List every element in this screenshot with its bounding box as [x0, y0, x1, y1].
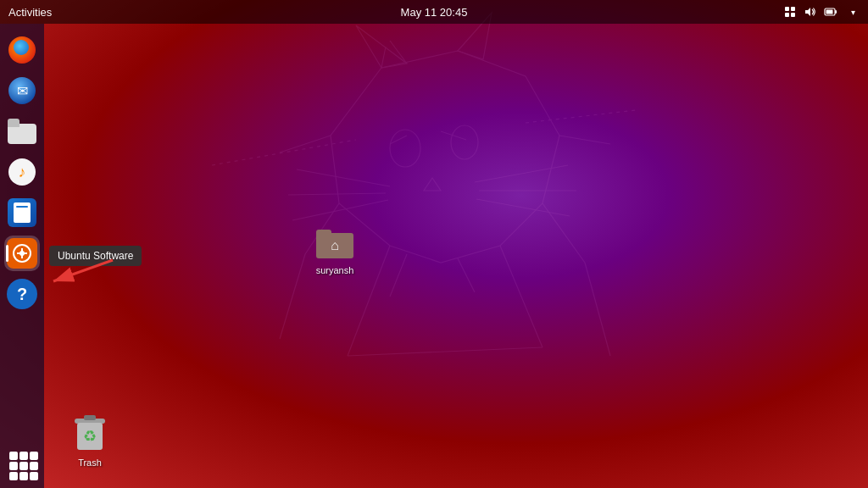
svg-rect-30	[791, 7, 795, 11]
datetime-display: May 11 20:45	[401, 6, 468, 19]
dock-item-files[interactable]	[4, 114, 40, 149]
active-indicator	[6, 245, 8, 262]
network-icon[interactable]	[783, 5, 797, 19]
dock-app-grid[interactable]	[0, 449, 44, 480]
svg-line-15	[500, 246, 542, 347]
desktop-icon-home[interactable]: ⌂ suryansh	[309, 216, 360, 280]
system-tray-dropdown[interactable]: ▾	[846, 5, 860, 19]
svg-marker-7	[424, 178, 441, 191]
svg-line-16	[348, 347, 542, 356]
svg-line-3	[390, 136, 407, 144]
rhythmbox-icon: ♪	[8, 158, 36, 186]
home-folder-icon: ⌂	[314, 221, 355, 262]
svg-marker-0	[331, 51, 559, 263]
svg-line-4	[441, 131, 466, 140]
help-icon: ?	[7, 279, 37, 309]
files-icon	[8, 119, 36, 144]
red-arrow	[49, 256, 117, 290]
svg-line-20	[390, 41, 407, 64]
home-folder-label: suryansh	[316, 265, 354, 275]
svg-line-28	[585, 263, 610, 356]
svg-rect-31	[785, 13, 789, 17]
firefox-icon	[8, 36, 36, 64]
svg-line-26	[542, 203, 585, 263]
svg-point-5	[390, 130, 420, 167]
svg-rect-29	[785, 7, 789, 11]
svg-line-24	[559, 136, 610, 144]
dock-item-rhythmbox[interactable]: ♪	[4, 154, 40, 190]
svg-line-9	[288, 193, 386, 195]
svg-line-23	[280, 136, 331, 152]
ubuntu-software-tooltip: Ubuntu Software	[49, 246, 142, 266]
svg-line-17	[390, 254, 407, 297]
svg-point-40	[19, 251, 25, 256]
svg-rect-44	[316, 230, 331, 236]
svg-line-18	[458, 258, 475, 292]
activities-button[interactable]: Activities	[8, 6, 52, 19]
svg-line-21	[212, 140, 356, 165]
svg-rect-36	[826, 10, 833, 14]
dock-item-ubuntu-software[interactable]	[4, 236, 40, 271]
desktop: Activities May 11 20:45	[0, 0, 868, 488]
svg-point-6	[451, 125, 478, 159]
trash-icon: ♻	[70, 413, 110, 454]
dock-item-thunderbird[interactable]: ✉	[4, 73, 40, 108]
thunderbird-icon: ✉	[8, 77, 36, 104]
desktop-icon-trash[interactable]: ♻ Trash	[64, 408, 115, 473]
svg-line-42	[53, 260, 113, 281]
svg-line-27	[280, 254, 305, 339]
system-tray: ▾	[783, 5, 860, 19]
libreoffice-icon	[8, 198, 36, 227]
svg-line-19	[381, 47, 386, 68]
dock-item-help[interactable]: ?	[4, 276, 40, 312]
svg-rect-32	[791, 13, 795, 17]
dock-item-libreoffice[interactable]	[4, 195, 40, 230]
svg-text:⌂: ⌂	[331, 238, 339, 252]
app-grid-icon	[7, 449, 37, 480]
battery-icon[interactable]	[824, 5, 837, 19]
svg-line-8	[297, 169, 390, 186]
ubuntu-software-icon	[7, 238, 37, 269]
svg-marker-33	[805, 8, 810, 16]
svg-line-11	[475, 165, 568, 182]
svg-marker-1	[356, 25, 407, 68]
svg-rect-35	[835, 10, 837, 14]
dock-item-firefox[interactable]	[4, 32, 40, 68]
volume-icon[interactable]	[804, 5, 817, 19]
topbar: Activities May 11 20:45	[0, 0, 868, 24]
desktop-wallpaper	[0, 0, 868, 488]
svg-line-22	[526, 110, 636, 123]
dock: ✉ ♪	[0, 24, 44, 488]
svg-text:♻: ♻	[83, 428, 97, 445]
trash-label: Trash	[78, 458, 102, 468]
svg-line-13	[476, 199, 570, 216]
svg-rect-47	[84, 415, 96, 420]
